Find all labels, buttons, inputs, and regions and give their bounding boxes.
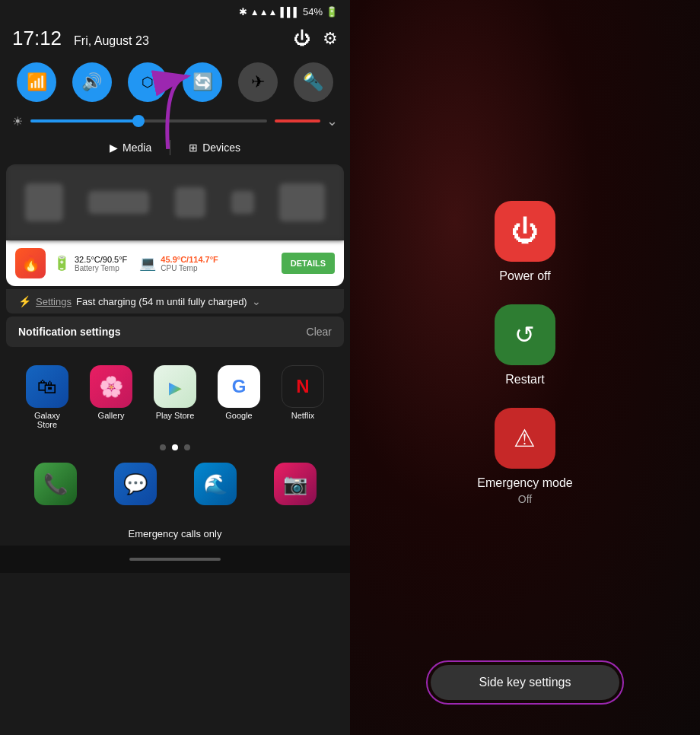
play-store-label: Play Store (156, 411, 195, 420)
blur-block-4 (231, 191, 254, 214)
right-panel: ⏻ Power off ↺ Restart ⚠ Emergency mode O… (350, 0, 700, 735)
qs-header: 17:12 Fri, August 23 ⏻ ⚙ (0, 24, 350, 58)
charging-text: Fast charging (54 m until fully charged) (76, 296, 247, 307)
emergency-icon: ⚠ (514, 424, 536, 453)
page-dot-3[interactable] (184, 444, 190, 450)
side-key-container: Side key settings (426, 660, 624, 705)
devices-label: Devices (202, 142, 240, 154)
airplane-icon: ✈ (251, 72, 265, 92)
google-label: Google (225, 411, 252, 420)
nav-bar-line (129, 558, 221, 561)
battery-icon: 🔋 (326, 6, 338, 18)
battery-temp-item: 🔋 32.5°C/90.5°F Battery Temp (53, 255, 127, 272)
netflix-app[interactable]: N Netflix (282, 365, 324, 429)
page-dot-1[interactable] (160, 444, 166, 450)
chevron-down-icon[interactable]: ⌄ (326, 113, 338, 129)
sync-toggle[interactable]: 🔄 (183, 62, 222, 102)
side-key-button[interactable]: Side key settings (431, 665, 619, 700)
media-label: Media (123, 142, 151, 154)
phone-icon: 📞 (34, 463, 77, 505)
bolt-icon: ⚡ (18, 295, 31, 307)
brightness-low-icon: ☀ (12, 114, 23, 129)
gallery-app[interactable]: 🌸 Gallery (90, 365, 132, 429)
clock-display: 17:12 (12, 27, 62, 50)
google-app[interactable]: G Google (218, 365, 260, 429)
netflix-icon: N (282, 365, 324, 408)
power-off-option[interactable]: ⏻ Power off (495, 201, 555, 283)
sound-toggle[interactable]: 🔊 (72, 62, 112, 102)
power-button[interactable]: ⏻ (294, 29, 310, 49)
messages-icon: 💬 (114, 463, 157, 505)
flashlight-toggle[interactable]: 🔦 (294, 62, 333, 102)
battery-notification: 🔥 🔋 32.5°C/90.5°F Battery Temp 💻 45.9°C/… (6, 240, 344, 286)
restart-icon: ↺ (514, 320, 535, 349)
status-icons: ✱ ▲▲▲ ▌▌▌ 54% 🔋 (239, 6, 338, 18)
emergency-sublabel: Off (518, 493, 532, 505)
brightness-row: ☀ ⌄ (0, 107, 350, 135)
flashlight-icon: 🔦 (303, 72, 323, 92)
phone-app[interactable]: 📞 (34, 463, 77, 505)
emergency-option[interactable]: ⚠ Emergency mode Off (477, 408, 572, 505)
emergency-circle: ⚠ (495, 408, 555, 469)
blur-block-3 (175, 187, 205, 218)
vertical-divider (170, 140, 170, 155)
browser-icon: 🌊 (194, 463, 237, 505)
sound-icon: 🔊 (81, 72, 102, 92)
wifi-icon: ▲▲▲ (250, 7, 278, 18)
restart-circle: ↺ (495, 304, 555, 365)
settings-link[interactable]: Settings (36, 296, 72, 307)
app-row-main: 🛍 GalaxyStore 🌸 Gallery Play Store G (8, 365, 342, 429)
power-off-icon: ⏻ (511, 215, 539, 247)
play-store-icon (154, 365, 196, 408)
power-off-label: Power off (499, 269, 550, 283)
date-display: Fri, August 23 (74, 34, 149, 48)
battery-item-icon: 🔋 (53, 255, 70, 272)
details-button[interactable]: DETAILS (282, 253, 335, 274)
blur-block-2 (88, 191, 149, 214)
blur-block-5 (279, 183, 325, 221)
netflix-label: Netflix (291, 411, 315, 420)
charging-row: ⚡ Settings Fast charging (54 m until ful… (6, 289, 344, 313)
media-devices-row: ▶ Media ⊞ Devices (0, 135, 350, 161)
brightness-thumb (132, 115, 145, 127)
bluetooth-icon: ✱ (239, 6, 247, 18)
settings-gear-icon[interactable]: ⚙ (323, 29, 338, 49)
cpu-temp-text: 45.9°C/114.7°F CPU Temp (161, 255, 218, 272)
galaxy-store-label: GalaxyStore (34, 411, 60, 429)
battery-temp-text: 32.5°C/90.5°F Battery Temp (75, 255, 127, 272)
left-panel: ✱ ▲▲▲ ▌▌▌ 54% 🔋 17:12 Fri, August 23 ⏻ ⚙… (0, 0, 350, 735)
devices-button[interactable]: ⊞ Devices (189, 142, 240, 154)
notification-area: 🔥 🔋 32.5°C/90.5°F Battery Temp 💻 45.9°C/… (6, 164, 344, 286)
page-dot-2[interactable] (172, 444, 178, 450)
play-store-app[interactable]: Play Store (154, 365, 196, 429)
power-off-circle: ⏻ (495, 201, 555, 262)
status-bar: ✱ ▲▲▲ ▌▌▌ 54% 🔋 (0, 0, 350, 24)
quick-toggles: 📶 🔊 ⬡ 🔄 ✈ 🔦 (0, 58, 350, 107)
emergency-label: Emergency mode (477, 476, 572, 490)
blur-block-1 (25, 183, 63, 221)
restart-option[interactable]: ↺ Restart (495, 304, 555, 387)
battery-info: 🔋 32.5°C/90.5°F Battery Temp 💻 45.9°C/11… (53, 255, 274, 272)
wifi-toggle-icon: 📶 (27, 72, 47, 92)
battery-app-icon: 🔥 (15, 248, 46, 278)
airplane-toggle[interactable]: ✈ (238, 62, 278, 102)
galaxy-store-app[interactable]: 🛍 GalaxyStore (26, 365, 68, 429)
notification-settings-row: Notification settings Clear (6, 317, 344, 347)
power-options: ⏻ Power off ↺ Restart ⚠ Emergency mode O… (477, 46, 572, 660)
brightness-right: ⌄ (275, 113, 338, 129)
clear-button[interactable]: Clear (307, 326, 332, 338)
brightness-slider[interactable] (30, 119, 267, 123)
gallery-label: Gallery (98, 411, 125, 420)
signal-icon: ▌▌▌ (280, 7, 300, 18)
charging-expand-icon[interactable]: ⌄ (252, 295, 261, 307)
sync-icon: 🔄 (192, 72, 213, 92)
google-icon: G (218, 365, 260, 408)
bluetooth-toggle[interactable]: ⬡ (128, 62, 167, 102)
browser-app[interactable]: 🌊 (194, 463, 237, 505)
messages-app[interactable]: 💬 (114, 463, 157, 505)
camera-app[interactable]: 📷 (274, 463, 317, 505)
restart-label: Restart (505, 373, 545, 387)
notification-settings-label[interactable]: Notification settings (18, 326, 121, 338)
wifi-toggle[interactable]: 📶 (17, 62, 56, 102)
media-button[interactable]: ▶ Media (110, 142, 151, 154)
